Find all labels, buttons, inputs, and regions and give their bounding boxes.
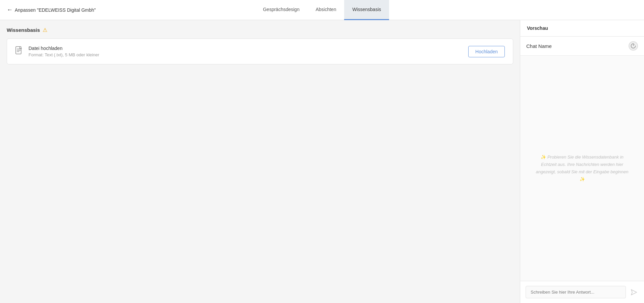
preview-panel-title: Vorschau — [520, 20, 644, 37]
preview-panel: Vorschau Chat Name ✨ Probieren Sie die W… — [520, 20, 644, 303]
chat-container: Chat Name ✨ Probieren Sie die Wissensdat… — [520, 37, 644, 303]
tab-gesprachsdesign[interactable]: Gesprächsdesign — [255, 0, 308, 20]
section-header: Wissensbasis ⚠ — [7, 27, 513, 33]
refresh-button[interactable] — [629, 41, 638, 51]
nav-tabs: Gesprächsdesign Absichten Wissensbasis — [255, 0, 389, 20]
top-nav: ← Anpassen "EDELWEISS Digital Gmbh" Gesp… — [0, 0, 644, 20]
chat-hint: ✨ Probieren Sie die Wissensdatenbank in … — [535, 154, 629, 183]
upload-title: Datei hochladen — [29, 46, 99, 51]
upload-info: Datei hochladen Format: Text (.txt), 5 M… — [15, 46, 99, 57]
back-arrow-icon: ← — [7, 6, 13, 13]
upload-card: Datei hochladen Format: Text (.txt), 5 M… — [7, 39, 513, 64]
upload-button[interactable]: Hochladen — [468, 46, 505, 57]
upload-texts: Datei hochladen Format: Text (.txt), 5 M… — [29, 46, 99, 57]
back-button[interactable]: ← Anpassen "EDELWEISS Digital Gmbh" — [7, 6, 96, 13]
chat-header: Chat Name — [520, 37, 644, 56]
sparkle-end: ✨ — [580, 177, 585, 182]
file-icon — [15, 46, 24, 56]
main-layout: Wissensbasis ⚠ Datei hochladen Format: T… — [0, 20, 644, 303]
section-title: Wissensbasis — [7, 27, 40, 33]
upload-subtitle: Format: Text (.txt), 5 MB oder kleiner — [29, 52, 99, 57]
content-area: Wissensbasis ⚠ Datei hochladen Format: T… — [0, 20, 520, 303]
back-label: Anpassen "EDELWEISS Digital Gmbh" — [15, 7, 96, 13]
chat-input[interactable] — [526, 286, 626, 298]
tab-wissensbasis[interactable]: Wissensbasis — [344, 0, 389, 20]
send-button[interactable] — [629, 288, 639, 297]
tab-absichten[interactable]: Absichten — [308, 0, 344, 20]
warning-icon: ⚠ — [43, 27, 47, 33]
sparkle-start: ✨ — [541, 155, 546, 160]
chat-input-area — [520, 281, 644, 303]
chat-name: Chat Name — [526, 43, 552, 49]
chat-body: ✨ Probieren Sie die Wissensdatenbank in … — [520, 56, 644, 281]
